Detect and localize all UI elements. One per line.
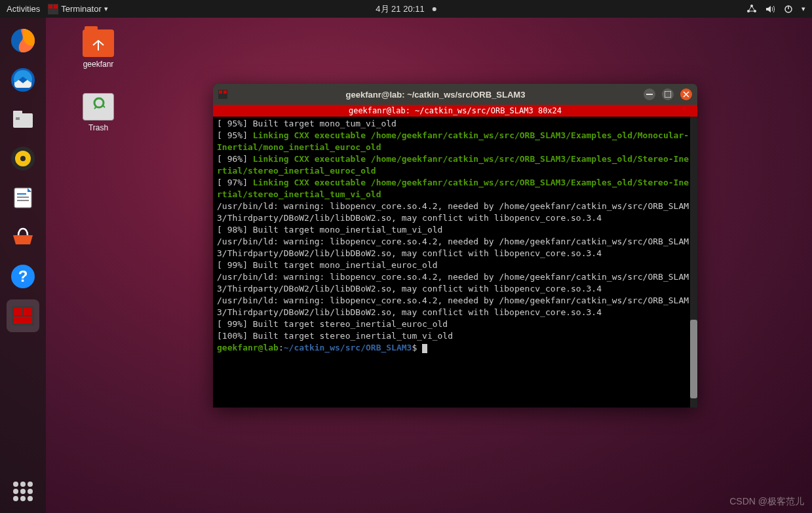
svg-rect-24 xyxy=(14,316,32,324)
thunderbird-icon[interactable] xyxy=(7,64,39,96)
folder-icon xyxy=(83,29,114,57)
terminal-body[interactable]: [ 95%] Built target mono_tum_vi_old[ 95%… xyxy=(213,117,697,408)
svg-rect-23 xyxy=(24,308,32,315)
svg-rect-22 xyxy=(14,308,22,315)
libreoffice-writer-icon[interactable] xyxy=(7,181,39,214)
svg-rect-9 xyxy=(13,113,33,128)
minimize-button[interactable] xyxy=(644,88,655,100)
terminator-icon xyxy=(48,4,58,14)
show-applications-icon[interactable] xyxy=(13,482,33,501)
terminator-titlebar-icon xyxy=(218,90,227,99)
power-icon[interactable] xyxy=(783,4,794,14)
watermark: CSDN @极客范儿 xyxy=(729,496,804,508)
terminal-titlebar[interactable]: geekfanr@lab: ~/catkin_ws/src/ORB_SLAM3 xyxy=(213,84,697,105)
trash-icon xyxy=(83,93,114,121)
top-panel: Activities Terminator ▾ 4月 21 20:11 ▾ xyxy=(0,0,812,18)
notification-dot-icon xyxy=(433,7,436,11)
app-menu-label: Terminator xyxy=(61,4,101,14)
terminal-window: geekfanr@lab: ~/catkin_ws/src/ORB_SLAM3 … xyxy=(213,84,697,408)
terminal-title: geekfanr@lab: ~/catkin_ws/src/ORB_SLAM3 xyxy=(227,90,644,100)
system-menu-chevron-icon[interactable]: ▾ xyxy=(802,5,805,13)
help-icon[interactable]: ? xyxy=(7,260,39,293)
trash-label: Trash xyxy=(88,123,108,132)
svg-rect-1 xyxy=(48,5,52,9)
chevron-down-icon: ▾ xyxy=(104,5,108,13)
close-button[interactable] xyxy=(680,88,692,100)
ubuntu-software-icon[interactable] xyxy=(7,221,39,254)
svg-rect-16 xyxy=(17,193,26,195)
svg-rect-27 xyxy=(223,90,227,94)
app-menu[interactable]: Terminator ▾ xyxy=(48,4,107,14)
svg-rect-18 xyxy=(17,200,29,201)
svg-rect-2 xyxy=(54,5,58,9)
svg-rect-11 xyxy=(16,117,20,120)
maximize-button[interactable] xyxy=(662,88,674,100)
svg-rect-28 xyxy=(646,94,653,95)
firefox-icon[interactable] xyxy=(7,24,39,57)
volume-icon[interactable] xyxy=(765,4,775,14)
terminal-scrollbar[interactable] xyxy=(690,117,697,408)
trash[interactable]: Trash xyxy=(72,93,125,132)
svg-rect-17 xyxy=(17,197,29,198)
files-icon[interactable] xyxy=(7,103,39,136)
terminal-tab-title[interactable]: geekfanr@lab: ~/catkin_ws/src/ORB_SLAM3 … xyxy=(213,105,697,117)
network-icon[interactable] xyxy=(746,4,757,14)
clock[interactable]: 4月 21 20:11 xyxy=(376,3,424,15)
svg-text:?: ? xyxy=(18,267,28,285)
rhythmbox-icon[interactable] xyxy=(7,142,39,175)
terminator-dock-icon[interactable] xyxy=(7,299,39,332)
home-folder[interactable]: geekfanr xyxy=(72,29,125,69)
svg-rect-29 xyxy=(665,91,671,98)
svg-rect-10 xyxy=(13,111,22,115)
svg-rect-26 xyxy=(219,90,222,94)
dock: ? xyxy=(0,18,46,513)
activities-button[interactable]: Activities xyxy=(7,4,40,14)
home-folder-label: geekfanr xyxy=(83,60,114,69)
svg-point-14 xyxy=(20,156,26,161)
